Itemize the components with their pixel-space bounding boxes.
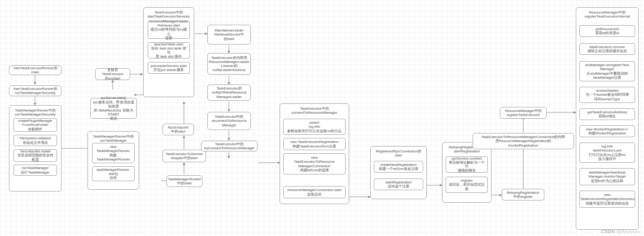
group-title: TaskExecutor中的startTaskExecutorServices bbox=[146, 10, 192, 18]
child-gettaskexecutoraddress: getTaskExecutorAddress获取te地址 bbox=[579, 108, 635, 120]
child-taskslottable-start: taskSlotTable.start告诉 task slot table 谁负… bbox=[148, 42, 190, 58]
child-createnewregistration: createNewRegistration创建一个te向rm发起注册 bbox=[374, 161, 423, 173]
node-yarntaskexecutorrunner-main: YarnTaskExecutorRunner的main bbox=[9, 65, 61, 75]
child-securityutils-install: SecurityUtils.install安装进程范围的安全性配置 bbox=[13, 149, 57, 162]
group-title: ResourceManager中的registerTaskExecutorInt… bbox=[578, 10, 636, 18]
child-new-te-registration: new TaskExecutorRegistration构建TaskExecut… bbox=[283, 138, 346, 150]
group-title: TaskManagerRunner中的runTaskManagerSecurel… bbox=[12, 108, 59, 116]
child-rpcservice-connect: rpcService.connect将目标地址解析为一个可调用的网关 bbox=[446, 156, 488, 173]
child-new-taskmanagerrunner: newTaskManagerRunner构建TaskManagerRunner bbox=[92, 143, 135, 163]
child-rm-connection-start: resourceManagerConnection.start连接启动 bbox=[283, 186, 346, 198]
child-assert-log: assertlog.info参数校验并打印正在连接rm的日志 bbox=[283, 119, 346, 135]
child-heartbeat-monitor: taskManagerHeartbeatManager.monitorTarge… bbox=[579, 168, 635, 185]
node-onstart: 直接看TaskExecutor的onStart bbox=[95, 68, 130, 80]
child-workerstarted: workerStarted当一个worker被启动时回调得到workerType bbox=[579, 87, 635, 103]
child-startregistration: startRegistration启动这个注册 bbox=[374, 178, 423, 190]
node-rpcendpoint-start: RpcEndpoint中的start bbox=[162, 124, 194, 135]
group-title: TaskExecutor中的connectToResourceManager bbox=[282, 107, 346, 115]
node-tryconnect-rm: TaskExecutor中的tryConnectToResourceManage… bbox=[201, 141, 258, 151]
node-runtaskmanagersecurely: YarnTaskExecutorRunner的runTaskManagerSec… bbox=[9, 85, 61, 96]
child-tmr-start: taskManagerRunner.start()启动 bbox=[92, 166, 135, 181]
node-registertaskexecutor: ResourceManager中的registerTaskExecutor bbox=[500, 107, 547, 119]
child-filesystem-initialize: FileSystem.initialize初始化文件系统 bbox=[13, 135, 57, 146]
child-taskexecutors-remove: taskExecutors.remove移除之前注册的缓存信息 bbox=[579, 43, 635, 55]
node-standaloneleader-retrieval: StandaloneLeaderRetrievalService中的start bbox=[207, 25, 251, 45]
node-notify-new-rml: TaskExecutor的notifyOfNewResourceManagerL… bbox=[207, 85, 251, 101]
child-new-te-rm-connection: newTaskExecutorToResourceManagerConnecti… bbox=[283, 153, 346, 174]
child-createpluginmanager: createPluginManagerFromRootFolder加载插件 bbox=[13, 118, 57, 132]
node-adapter-start: TaskExecutorToServiceAdapter中的start bbox=[162, 150, 206, 162]
child-slotmanager-unregister: slotManager.unregisterTaskManager从slotMa… bbox=[579, 61, 635, 81]
child-loginfo-put: log.infotaskExecutors.put打印日志在rm上注册tm放入缓… bbox=[579, 142, 635, 163]
child-jobleaderservice-start: jobLeaderService.start开启job leader服务 bbox=[148, 62, 190, 74]
group-title: RegisteredRpcConnection的start bbox=[373, 149, 424, 157]
child-getresourceid: getResourceId获取te的资源id bbox=[579, 25, 635, 37]
child-runtaskmanager: runTaskManager运行TaskManager bbox=[13, 165, 57, 176]
node-retryingregistration-register: RetryingRegistration中的register bbox=[502, 189, 544, 200]
child-rml-retriever-start: resourceManagerLeaderRetriever.start通过rm… bbox=[148, 21, 190, 39]
watermark: CSDN @AiryView bbox=[601, 229, 640, 234]
node-rpcserver-start: rpcServer.start()rpc服务启动，即发消息通知底层的 AkkaR… bbox=[90, 98, 137, 119]
child-register: register成功后，就开始尝试注册 bbox=[446, 177, 488, 193]
child-registration-success: newTaskExecutorRegistrationSuccess创建并返回注… bbox=[579, 191, 635, 208]
group-title: TaskManagerRunner中的runTaskManager bbox=[90, 134, 136, 142]
node-rml-listener-notify: TaskExecutor的内部类ResourceManagerLeaderLis… bbox=[207, 53, 251, 75]
group-registeredrpcconnection-start: RegisteredRpcConnection的start bbox=[370, 146, 427, 199]
child-new-workerregistration: new WorkerRegistration<>构建WorkerRegistra… bbox=[579, 125, 635, 137]
node-tmr-start: TaskManagerRunner中的start bbox=[166, 175, 202, 187]
node-reconnect-rm: TaskExecutor中的reconnectToResourceManager bbox=[207, 112, 251, 130]
node-invokeregistration: TaskExecutorToResourceManagerConnection的… bbox=[473, 133, 574, 149]
